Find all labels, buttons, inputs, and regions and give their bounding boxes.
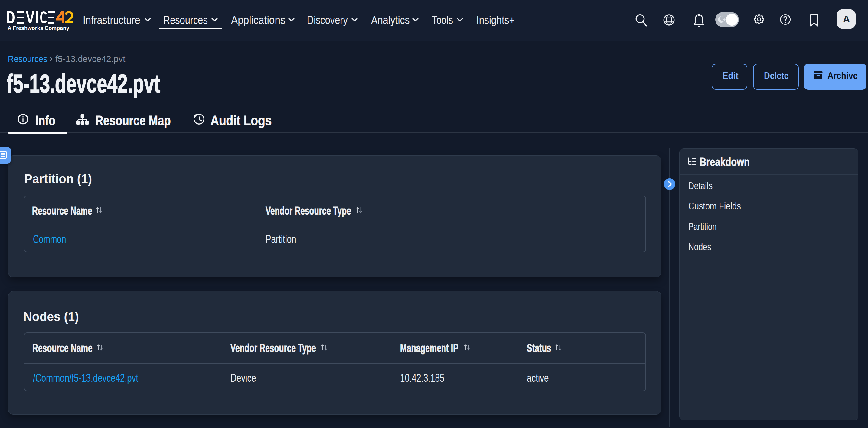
svg-text:A Freshworks Company: A Freshworks Company xyxy=(7,25,69,31)
